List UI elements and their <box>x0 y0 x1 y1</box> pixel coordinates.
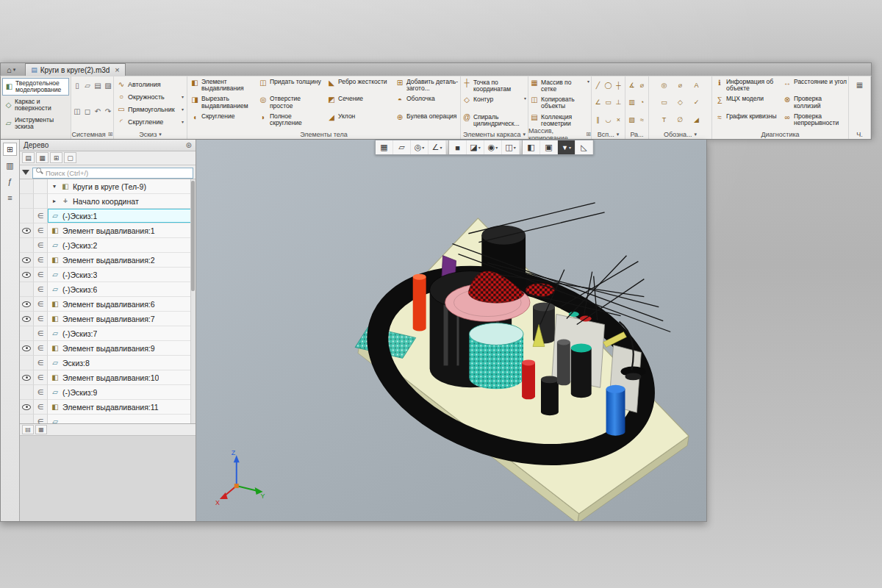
system-icon[interactable]: ▨ <box>104 81 113 90</box>
tree-item[interactable]: ∈ ▱ (-)Эскиз:1 <box>20 209 196 223</box>
selection-filter-button[interactable]: ▼▾ <box>558 140 576 154</box>
system-icon[interactable]: ↷ <box>104 107 113 116</box>
caret-down-icon[interactable]: ▾ <box>182 107 184 112</box>
full-fillet-button[interactable]: ◗Полное скругление <box>257 112 326 129</box>
mode-sketch-tools[interactable]: ▱ Инструменты эскиза <box>2 115 69 132</box>
filter-funnel-icon[interactable] <box>22 170 29 179</box>
tree-item[interactable]: ∈ ◧ Элемент выдавливания:11 <box>20 400 196 415</box>
auxiliary-icon[interactable]: ┼ <box>614 80 623 90</box>
object-info-button[interactable]: ℹИнформация об объекте <box>714 78 781 95</box>
collapse-arrow-icon[interactable]: ▸ <box>51 198 58 204</box>
extrude-button[interactable]: ◧Элемент выдавливания <box>189 78 257 95</box>
notation-icon[interactable]: ◢ <box>692 115 701 124</box>
expand-arrow-icon[interactable]: ▾ <box>51 183 58 190</box>
tree-toolbar-icon[interactable]: ⊞ <box>50 152 62 163</box>
tree-item[interactable]: ∈ ▱ (-)Эскиз:6 <box>20 282 196 297</box>
caret-down-icon[interactable]: ▾ <box>617 132 620 137</box>
spiral-button[interactable]: @Спираль цилиндрическ... <box>462 112 526 129</box>
variables-fx-button[interactable]: ƒ <box>3 175 17 188</box>
notation-icon[interactable]: ▭ <box>659 98 669 107</box>
point-by-coords-button[interactable]: ┼Точка по координатам <box>462 78 526 95</box>
caret-down-icon[interactable]: ▾ <box>587 79 589 84</box>
caret-down-icon[interactable]: ▾ <box>524 96 526 101</box>
system-icon[interactable]: ↶ <box>93 107 103 116</box>
visibility-eye-icon[interactable] <box>20 223 34 238</box>
tree-item[interactable]: ∈ ▱ (-)Эскиз:7 <box>20 326 196 341</box>
grid-snap-button[interactable]: ▦ <box>376 140 393 154</box>
ra-icon[interactable]: ∡ <box>627 80 637 90</box>
red-cylinder[interactable] <box>522 362 535 399</box>
orientation-button[interactable]: ∠▾ <box>429 140 446 154</box>
document-tab[interactable]: ▤ Круги в круге(2).m3d × <box>25 63 126 76</box>
visibility-eye-icon[interactable] <box>20 238 34 253</box>
auxiliary-icon[interactable]: ⊥ <box>614 98 623 107</box>
curvature-graph-button[interactable]: ≈График кривизны <box>714 112 781 129</box>
ch-icon[interactable]: ▦ <box>855 80 864 90</box>
system-icon[interactable]: ▱ <box>83 81 93 90</box>
rib-button[interactable]: ◣Ребро жесткости <box>326 78 394 95</box>
tree-item[interactable]: ∈ ▱ <box>20 415 196 423</box>
tree-origin-item[interactable]: ▸ + Начало координат <box>20 194 196 209</box>
grid-array-button[interactable]: ▦Массив по сетке▾ <box>530 78 589 95</box>
fillet-button[interactable]: ◖Скругление <box>189 112 257 129</box>
boolean-button[interactable]: ⊕Булева операция <box>394 112 460 129</box>
mode-solid-modeling[interactable]: ◧ Твердотельное моделирование <box>2 78 69 96</box>
orange-cylinder[interactable] <box>413 277 426 331</box>
tree-item[interactable]: ∈ ◧ Элемент выдавливания:7 <box>20 312 196 326</box>
ra-icon[interactable]: ◔ <box>637 98 647 107</box>
mode-frame-surfaces[interactable]: ◇ Каркас и поверхности <box>2 96 69 114</box>
scrollbar-thumb[interactable] <box>191 181 195 291</box>
auxiliary-icon[interactable]: ◡ <box>603 115 613 124</box>
rectangle-button[interactable]: ▭ Прямоугольник ▾ <box>117 103 184 115</box>
notation-icon[interactable]: ∅ <box>675 115 685 124</box>
distance-angle-button[interactable]: ↔Расстояние и угол <box>781 78 848 95</box>
tree-item[interactable]: ∈ ◧ Элемент выдавливания:9 <box>20 341 196 356</box>
cut-extrude-button[interactable]: ◨Вырезать выдавливанием <box>189 95 257 112</box>
display-style-button[interactable]: ◪▾ <box>467 140 484 154</box>
notation-icon[interactable]: Т <box>659 115 669 124</box>
dialog-launcher-icon[interactable]: ⊞ <box>586 131 591 137</box>
menu-button[interactable]: ≡ <box>3 191 17 204</box>
gear-icon[interactable]: ⊛ <box>186 141 192 149</box>
tree-search-input[interactable] <box>32 168 193 179</box>
auxiliary-icon[interactable]: ∥ <box>593 115 603 124</box>
circle-button[interactable]: ○ Окружность ▾ <box>117 90 184 103</box>
sketch-plane-button[interactable]: ▱ <box>393 140 411 154</box>
tree-toolbar-icon[interactable]: ▤ <box>22 152 35 163</box>
auxiliary-icon[interactable]: ▭ <box>603 98 613 107</box>
notation-icon[interactable]: А <box>692 80 701 90</box>
hide-objects-button[interactable]: ◉▾ <box>484 140 502 154</box>
visibility-eye-icon[interactable] <box>20 268 34 282</box>
visibility-eye-icon[interactable] <box>20 312 34 326</box>
ra-icon[interactable]: ≈ <box>637 115 647 124</box>
auxiliary-icon[interactable]: ╱ <box>593 80 603 90</box>
section-button[interactable]: ◩Сечение <box>326 95 394 112</box>
tree-item[interactable]: ∈ ◧ Элемент выдавливания:1 <box>20 223 196 238</box>
visibility-eye-icon[interactable] <box>20 282 34 297</box>
home-button[interactable]: ⌂ ▾ <box>3 64 19 76</box>
tree-toolbar-icon[interactable]: ▦ <box>36 152 49 163</box>
tree-item[interactable]: ∈ ◧ Элемент выдавливания:10 <box>20 370 196 385</box>
simple-hole-button[interactable]: ◎Отверстие простое <box>257 95 326 112</box>
tree-item[interactable]: ∈ ◧ Элемент выдавливания:6 <box>20 297 196 312</box>
draft-button[interactable]: ◢Уклон <box>326 112 394 129</box>
tree-item[interactable]: ∈ ▱ (-)Эскиз:9 <box>20 385 196 400</box>
caret-down-icon[interactable]: ▾ <box>182 119 184 124</box>
tab-close-icon[interactable]: × <box>115 65 119 74</box>
ra-icon[interactable]: ▥ <box>627 98 637 107</box>
capacitor-cylinder[interactable] <box>571 348 592 398</box>
pages-panel-button[interactable]: ▥ <box>3 159 17 172</box>
mcx-model-button[interactable]: ∑МЦХ модели <box>714 95 781 112</box>
visibility-eye-icon[interactable] <box>20 356 34 370</box>
visibility-eye-icon[interactable] <box>20 326 34 341</box>
notation-icon[interactable]: ◇ <box>675 98 685 107</box>
caret-down-icon[interactable]: ▾ <box>523 132 526 137</box>
visibility-eye-icon[interactable] <box>20 370 34 385</box>
collision-check-button[interactable]: ⊗Проверка коллизий <box>781 95 848 112</box>
visibility-eye-icon[interactable] <box>20 253 34 268</box>
black-cylinder[interactable] <box>541 379 559 415</box>
system-icon[interactable]: ▯ <box>73 81 82 90</box>
visibility-eye-icon[interactable] <box>20 385 34 400</box>
system-icon[interactable]: ▤ <box>93 81 103 90</box>
model-3d[interactable] <box>355 203 689 521</box>
